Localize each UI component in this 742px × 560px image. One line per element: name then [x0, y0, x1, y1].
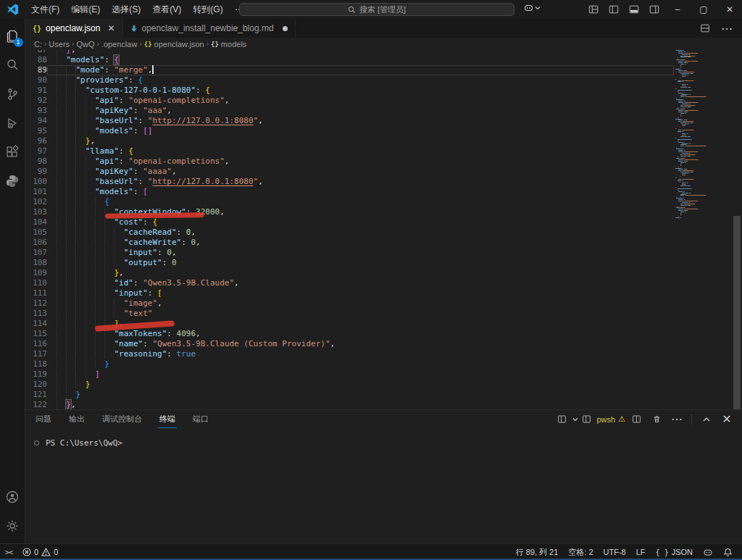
window-close-button[interactable]: ✕ — [717, 0, 742, 19]
code-line-89[interactable]: 89 "mode": "merge", — [25, 65, 674, 75]
activity-source-control[interactable] — [0, 80, 25, 109]
activity-search[interactable] — [0, 51, 25, 80]
code-line-107[interactable]: 107 "input": 0, — [25, 248, 674, 258]
panel-tab-debug-console[interactable]: 调试控制台 — [101, 411, 143, 427]
code-line-99[interactable]: 99 "apiKey": "aaaa", — [25, 167, 674, 177]
code-line-94[interactable]: 94 "baseUrl": "http://127.0.0.1:8080", — [25, 116, 674, 126]
activity-python[interactable] — [0, 167, 25, 196]
breadcrumb-item[interactable]: C: — [34, 40, 42, 49]
code-line-122[interactable]: 122 }, — [25, 400, 674, 409]
activity-run-debug[interactable] — [0, 109, 25, 138]
notifications-bell-icon[interactable] — [718, 544, 738, 560]
code-line-113[interactable]: 113 "text" — [25, 309, 674, 319]
code-line-95[interactable]: 95 "models": [] — [25, 126, 674, 136]
activity-explorer[interactable]: 1 — [0, 22, 25, 51]
terminal-tab-icon[interactable] — [580, 411, 593, 427]
breadcrumb-item[interactable]: Users — [49, 40, 70, 49]
panel-tab-ports[interactable]: 端口 — [191, 411, 210, 427]
window-minimize-button[interactable]: – — [665, 0, 690, 19]
chevron-down-icon — [535, 5, 541, 11]
code-line-104[interactable]: 104 "cost": { — [25, 217, 674, 227]
line-number: 101 — [25, 187, 47, 197]
tab-close-icon[interactable]: ✕ — [107, 23, 114, 33]
maximize-panel-icon[interactable] — [697, 411, 716, 427]
settings-gear-icon[interactable] — [0, 511, 25, 540]
code-line-98[interactable]: 98 "api": "openai-completions", — [25, 156, 674, 167]
code-line-108[interactable]: 108 "output": 0 — [25, 258, 674, 268]
code-line-110[interactable]: 110 "id": "Qwen3.5-9B.Claude", — [25, 278, 674, 288]
breadcrumb-item[interactable]: models — [221, 40, 246, 49]
code-line-117[interactable]: 117 "reasoning": true — [25, 349, 674, 359]
minimap[interactable] — [674, 50, 732, 409]
split-terminal-icon[interactable] — [627, 411, 646, 427]
code-line-111[interactable]: 111 "input": [ — [25, 288, 674, 298]
activity-extensions[interactable] — [0, 138, 25, 167]
code-line-106[interactable]: 106 "cacheWrite": 0, — [25, 238, 674, 248]
code-editor[interactable]: 87 },88 "models": {89 "mode": "merge",90… — [25, 50, 742, 409]
account-icon[interactable] — [0, 482, 25, 511]
code-line-93[interactable]: 93 "apiKey": "aaa", — [25, 106, 674, 116]
new-terminal-icon[interactable] — [552, 411, 571, 427]
encoding-status[interactable]: UTF-8 — [599, 544, 631, 560]
copilot-status-icon[interactable] — [698, 544, 718, 560]
indentation-status[interactable]: 空格: 2 — [563, 544, 598, 560]
breadcrumb-item[interactable]: QwQ — [76, 40, 94, 49]
menu-selection[interactable]: 选择(S) — [106, 2, 146, 17]
code-line-105[interactable]: 105 "cacheRead": 0, — [25, 227, 674, 238]
close-panel-icon[interactable]: ✕ — [717, 411, 736, 427]
code-line-116[interactable]: 116 "name": "Qwen3.5-9B.Claude (Custom P… — [25, 339, 674, 349]
code-line-88[interactable]: 88 "models": { — [25, 55, 674, 65]
breadcrumb-item[interactable]: openclaw.json — [154, 40, 204, 49]
toggle-panel-icon[interactable] — [625, 1, 643, 17]
code-line-101[interactable]: 101 "models": [ — [25, 187, 674, 197]
breadcrumb-item[interactable]: .openclaw — [101, 40, 138, 49]
tab-modified-dot[interactable] — [283, 26, 288, 31]
code-line-91[interactable]: 91 "custom-127-0-0-1-8080": { — [25, 85, 674, 96]
split-editor-icon[interactable] — [696, 20, 714, 36]
customize-layout-icon[interactable] — [584, 1, 603, 17]
cursor-position[interactable]: 行 89, 列 21 — [511, 544, 564, 560]
chevron-down-icon[interactable] — [572, 417, 578, 422]
code-line-102[interactable]: 102 { — [25, 197, 674, 207]
problems-status[interactable]: 0 0 — [17, 544, 63, 560]
code-line-87[interactable]: 87 }, — [25, 50, 674, 55]
scrollbar-thumb[interactable] — [733, 216, 741, 409]
code-line-112[interactable]: 112 "image", — [25, 298, 674, 309]
language-mode[interactable]: { }JSON — [651, 544, 698, 560]
panel-tab-output[interactable]: 输出 — [67, 411, 86, 427]
terminal-view[interactable]: PS C:\Users\QwQ> — [25, 428, 742, 543]
editor-more-actions-icon[interactable]: ⋯ — [717, 20, 736, 36]
menu-file[interactable]: 文件(F) — [25, 2, 65, 17]
vertical-scrollbar[interactable] — [732, 50, 742, 409]
menu-edit[interactable]: 编辑(E) — [65, 2, 106, 17]
code-line-120[interactable]: 120 } — [25, 380, 674, 390]
code-line-92[interactable]: 92 "api": "openai-completions", — [25, 96, 674, 106]
code-line-121[interactable]: 121 } — [25, 390, 674, 400]
code-line-109[interactable]: 109 }, — [25, 268, 674, 278]
code-line-119[interactable]: 119 ] — [25, 369, 674, 380]
code-line-118[interactable]: 118 } — [25, 359, 674, 369]
menu-goto[interactable]: 转到(G) — [187, 2, 228, 17]
terminal-shell-name[interactable]: pwsh — [596, 415, 615, 424]
tab-openclaw-json[interactable]: {} openclaw.json ✕ — [25, 19, 123, 38]
toggle-sidebar-icon[interactable] — [604, 1, 623, 17]
code-line-100[interactable]: 100 "baseUrl": "http://127.0.0.1:8080", — [25, 177, 674, 187]
remote-indicator[interactable]: >< — [0, 544, 17, 560]
code-line-97[interactable]: 97 "llama": { — [25, 146, 674, 156]
panel-tab-terminal[interactable]: 终端 — [158, 411, 177, 428]
panel-more-actions-icon[interactable]: ⋯ — [667, 411, 686, 427]
window-maximize-button[interactable]: ▢ — [691, 0, 716, 19]
eol-status[interactable]: LF — [631, 544, 651, 560]
terminal-warning-icon[interactable]: ⚠ — [618, 414, 625, 424]
toggle-secondary-sidebar-icon[interactable] — [645, 1, 664, 17]
command-decoration-icon[interactable] — [34, 440, 39, 446]
menu-view[interactable]: 查看(V) — [146, 2, 187, 17]
panel-tab-problems[interactable]: 问题 — [34, 411, 53, 427]
command-center-search[interactable]: 搜索 [管理员] — [239, 3, 514, 16]
copilot-menu[interactable] — [523, 3, 541, 13]
code-line-96[interactable]: 96 }, — [25, 136, 674, 146]
code-line-115[interactable]: 115 "maxTokens": 4096, — [25, 329, 674, 339]
kill-terminal-icon[interactable] — [647, 411, 666, 427]
code-line-90[interactable]: 90 "providers": { — [25, 75, 674, 85]
tab-blog-md[interactable]: openclaw_install_newbie_blog.md — [123, 19, 296, 38]
